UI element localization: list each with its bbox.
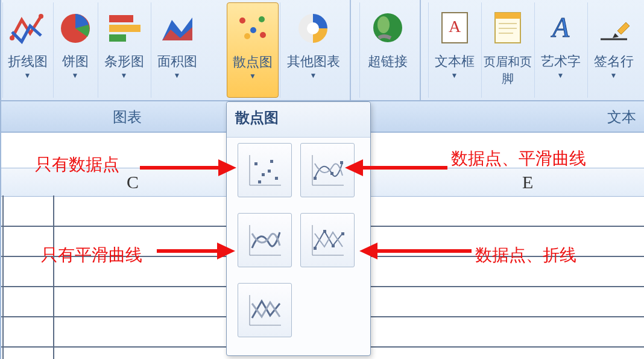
svg-rect-35 bbox=[268, 170, 271, 173]
svg-point-10 bbox=[259, 16, 265, 22]
ribbon-btn-other-charts[interactable]: 其他图表 ▼ bbox=[280, 2, 346, 98]
dropdown-icon: ▼ bbox=[588, 71, 639, 80]
arrow-icon bbox=[339, 156, 447, 180]
ribbon-label: 散点图 bbox=[227, 54, 278, 71]
scatter-lines-icon bbox=[244, 289, 286, 331]
ribbon-btn-line-chart[interactable]: 折线图 ▼ bbox=[2, 2, 52, 98]
svg-marker-52 bbox=[218, 159, 236, 176]
ribbon-btn-textbox[interactable]: A 文本框 ▼ bbox=[428, 2, 480, 98]
option-scatter-markers[interactable] bbox=[238, 143, 292, 197]
dropdown-icon: ▼ bbox=[54, 71, 96, 80]
svg-rect-38 bbox=[314, 177, 317, 180]
line-chart-icon bbox=[3, 2, 52, 53]
svg-marker-27 bbox=[613, 33, 619, 38]
svg-marker-26 bbox=[617, 22, 630, 34]
ribbon: 折线图 ▼ 饼图 ▼ 条形图 ▼ 面积图 ▼ bbox=[1, 0, 644, 101]
ribbon-btn-header-footer[interactable]: 页眉和页脚 bbox=[481, 2, 533, 98]
svg-point-8 bbox=[239, 17, 245, 24]
ribbon-label: 面积图 bbox=[151, 53, 203, 70]
dropdown-icon: ▼ bbox=[151, 71, 203, 80]
svg-rect-47 bbox=[332, 244, 335, 247]
svg-rect-32 bbox=[270, 160, 273, 163]
group-label-charts: 图表 bbox=[113, 107, 142, 127]
svg-text:A: A bbox=[550, 12, 569, 43]
svg-rect-3 bbox=[109, 15, 133, 22]
ribbon-label: 饼图 bbox=[54, 53, 96, 70]
annotation-smooth-markers: 数据点、平滑曲线 bbox=[451, 147, 586, 170]
column-header-e[interactable]: E bbox=[522, 172, 533, 192]
dropdown-icon: ▼ bbox=[280, 71, 346, 80]
svg-point-9 bbox=[250, 27, 256, 33]
svg-rect-46 bbox=[323, 230, 326, 233]
svg-point-14 bbox=[307, 22, 319, 34]
scatter-lines-markers-icon bbox=[306, 219, 349, 261]
svg-point-0 bbox=[10, 36, 14, 40]
svg-rect-5 bbox=[109, 34, 126, 42]
dropdown-icon: ▼ bbox=[227, 72, 278, 80]
svg-marker-58 bbox=[359, 243, 377, 259]
dropdown-icon: ▼ bbox=[3, 71, 52, 80]
header-footer-icon bbox=[482, 2, 533, 53]
svg-rect-33 bbox=[275, 177, 278, 180]
pie-chart-icon bbox=[54, 2, 96, 53]
ribbon-label: 签名行 bbox=[588, 53, 639, 70]
hyperlink-icon bbox=[360, 2, 415, 53]
scatter-dropdown-panel: 散点图 bbox=[226, 101, 371, 356]
panel-title: 散点图 bbox=[227, 102, 370, 138]
group-label-text: 文本 bbox=[607, 107, 636, 127]
ribbon-label: 折线图 bbox=[3, 53, 52, 70]
svg-point-16 bbox=[377, 16, 390, 33]
wordart-icon: A bbox=[535, 2, 586, 53]
ribbon-btn-scatter-chart[interactable]: 散点图 ▼ bbox=[227, 2, 279, 98]
dropdown-icon: ▼ bbox=[429, 71, 480, 80]
ribbon-btn-pie-chart[interactable]: 饼图 ▼ bbox=[53, 2, 96, 98]
svg-text:A: A bbox=[448, 17, 461, 36]
ribbon-label: 其他图表 bbox=[280, 53, 346, 70]
signature-icon bbox=[588, 2, 639, 53]
svg-rect-30 bbox=[254, 162, 257, 165]
scatter-smooth-icon bbox=[244, 219, 286, 261]
annotation-smooth-only: 只有平滑曲线 bbox=[41, 244, 142, 267]
bar-chart-icon bbox=[98, 2, 150, 53]
svg-marker-56 bbox=[217, 243, 235, 259]
svg-marker-54 bbox=[345, 159, 363, 176]
svg-rect-31 bbox=[262, 173, 265, 176]
annotation-lines-markers: 数据点、折线 bbox=[475, 244, 576, 267]
arrow-icon bbox=[353, 239, 472, 263]
ribbon-label: 艺术字 bbox=[535, 53, 586, 70]
scatter-markers-icon bbox=[244, 149, 286, 191]
arrow-icon bbox=[157, 239, 235, 263]
svg-rect-20 bbox=[495, 13, 520, 19]
svg-rect-34 bbox=[258, 180, 261, 183]
textbox-icon: A bbox=[429, 2, 480, 53]
ribbon-label: 条形图 bbox=[98, 53, 150, 70]
ribbon-btn-area-chart[interactable]: 面积图 ▼ bbox=[151, 2, 203, 98]
svg-point-12 bbox=[260, 32, 266, 38]
ribbon-btn-bar-chart[interactable]: 条形图 ▼ bbox=[98, 2, 150, 98]
svg-rect-4 bbox=[109, 25, 140, 32]
svg-point-1 bbox=[39, 14, 43, 19]
ribbon-label: 超链接 bbox=[360, 53, 415, 70]
dropdown-icon: ▼ bbox=[535, 71, 586, 80]
svg-rect-45 bbox=[314, 247, 317, 250]
option-scatter-lines-markers[interactable] bbox=[300, 213, 355, 267]
scatter-chart-icon bbox=[227, 3, 278, 54]
ribbon-label: 页眉和页脚 bbox=[482, 53, 533, 87]
option-scatter-smooth[interactable] bbox=[238, 213, 292, 267]
svg-rect-48 bbox=[341, 232, 344, 235]
annotation-markers-only: 只有数据点 bbox=[35, 153, 119, 176]
area-chart-icon bbox=[151, 2, 203, 53]
ribbon-label: 文本框 bbox=[429, 53, 480, 70]
other-charts-icon bbox=[280, 2, 346, 53]
dropdown-icon: ▼ bbox=[98, 71, 150, 80]
ribbon-btn-wordart[interactable]: A 艺术字 ▼ bbox=[534, 2, 586, 98]
ribbon-btn-signature-line[interactable]: 签名行 ▼ bbox=[587, 2, 639, 98]
svg-point-11 bbox=[244, 33, 250, 39]
ribbon-btn-hyperlink[interactable]: 超链接 bbox=[359, 2, 415, 98]
option-scatter-lines[interactable] bbox=[238, 283, 292, 337]
column-header-c[interactable]: C bbox=[127, 172, 139, 192]
arrow-icon bbox=[140, 156, 236, 180]
svg-rect-39 bbox=[330, 172, 333, 175]
